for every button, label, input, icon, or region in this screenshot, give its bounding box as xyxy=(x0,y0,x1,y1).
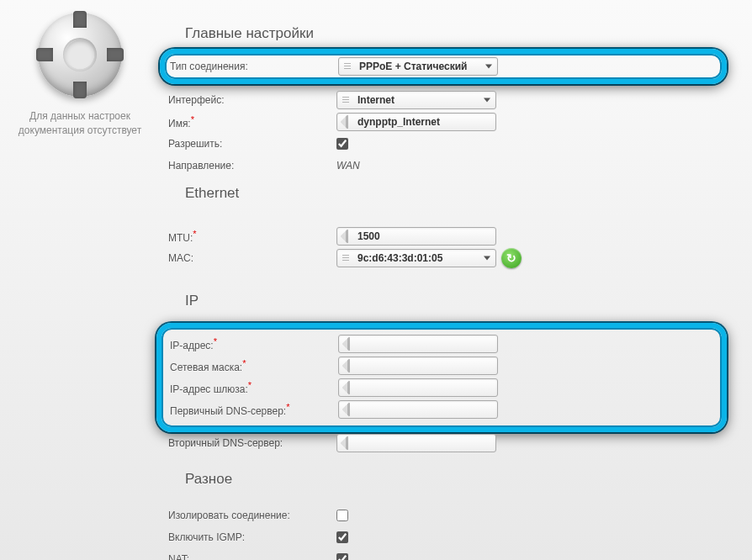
igmp-checkbox[interactable] xyxy=(336,531,348,543)
help-text: Для данных настроек документация отсутст… xyxy=(8,109,151,138)
dns2-input[interactable] xyxy=(336,434,496,452)
name-label: Имя:* xyxy=(168,113,336,131)
mask-label: Сетевая маска:* xyxy=(170,357,338,375)
mtu-input[interactable]: 1500 xyxy=(336,227,496,246)
dns1-input[interactable] xyxy=(338,400,498,419)
interface-select[interactable]: Internet xyxy=(336,91,496,109)
mask-input[interactable] xyxy=(338,357,498,375)
help-sidebar: Для данных настроек документация отсутст… xyxy=(0,0,160,560)
mac-label: MAC: xyxy=(168,251,336,266)
interface-label: Интерфейс: xyxy=(168,92,336,108)
section-main-title: Главные настройки xyxy=(185,25,727,42)
section-ethernet-title: Ethernet xyxy=(185,185,727,202)
mac-refresh-button[interactable] xyxy=(501,248,522,268)
dns1-label: Первичный DNS-сервер:* xyxy=(170,400,338,419)
direction-label: Направление: xyxy=(168,158,336,173)
nat-label: NAT: xyxy=(168,552,336,560)
ip-input[interactable] xyxy=(338,335,498,353)
mac-select[interactable]: 9c:d6:43:3d:01:05 xyxy=(336,249,496,267)
mtu-label: MTU:* xyxy=(168,227,336,246)
enable-checkbox[interactable] xyxy=(336,138,348,150)
dns2-label: Вторичный DNS-сервер: xyxy=(168,436,336,451)
highlight-ip-block: IP-адрес:* Сетевая маска:* IP-адрес шлюз… xyxy=(156,323,727,432)
conn-type-select[interactable]: PPPoE + Статический xyxy=(338,57,498,76)
section-ip-title: IP xyxy=(185,293,727,309)
section-misc-title: Разное xyxy=(185,471,727,488)
conn-type-label: Тип соединения: xyxy=(170,59,338,74)
direction-value: WAN xyxy=(336,160,360,172)
isolate-checkbox[interactable] xyxy=(336,510,348,521)
lifebuoy-icon xyxy=(38,13,122,97)
gw-input[interactable] xyxy=(338,378,498,397)
ip-label: IP-адрес:* xyxy=(170,335,338,353)
gw-label: IP-адрес шлюза:* xyxy=(170,378,338,397)
enable-label: Разрешить: xyxy=(168,136,336,151)
isolate-label: Изолировать соединение: xyxy=(168,508,336,523)
name-input[interactable]: dynpptp_Internet xyxy=(336,113,496,131)
nat-checkbox[interactable] xyxy=(336,553,348,560)
highlight-connection-type: Тип соединения: PPPoE + Статический xyxy=(160,49,727,84)
igmp-label: Включить IGMP: xyxy=(168,530,336,545)
